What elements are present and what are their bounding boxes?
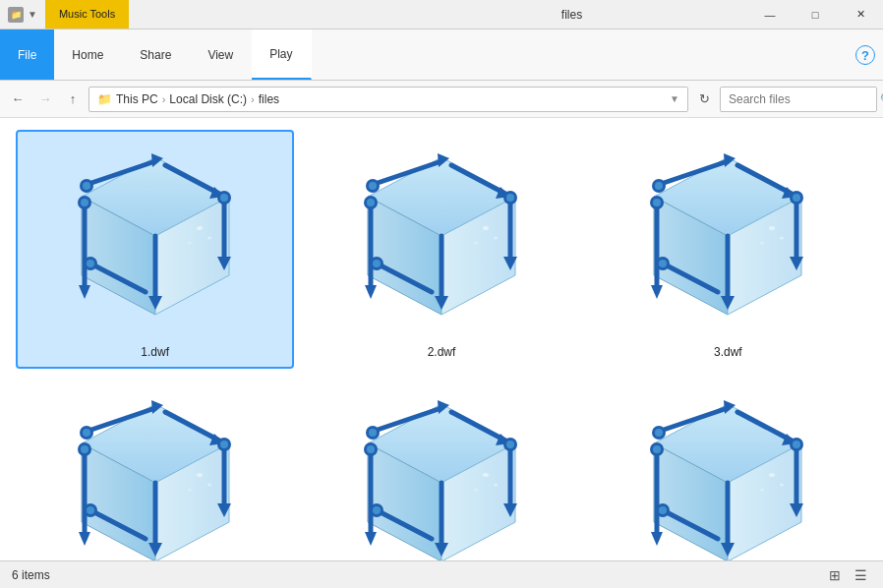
svg-point-149 [659,506,667,514]
close-button[interactable]: ✕ [838,0,883,29]
svg-point-24 [87,260,94,267]
address-bar: ← → ↑ 📁 This PC › Local Disk (C:) › file… [0,81,883,118]
quick-access-arrow: ▼ [28,9,37,20]
svg-marker-107 [365,532,377,546]
music-tools-tab[interactable]: Music Tools [45,0,129,29]
item-count: 6 items [12,568,50,582]
svg-point-4 [207,237,211,240]
svg-point-3 [197,226,203,230]
file-item[interactable]: 6.dwf [589,377,867,560]
svg-marker-7 [79,285,90,299]
tab-share[interactable]: Share [122,29,190,80]
large-icons-button[interactable]: ⊞ [824,564,846,586]
minimize-button[interactable]: — [747,0,793,29]
file-icon [57,140,254,339]
svg-point-49 [373,260,381,267]
search-box[interactable]: 🔍 [720,87,877,112]
refresh-button[interactable]: ↻ [692,88,716,111]
svg-point-128 [769,473,775,477]
window-controls: — □ ✕ [747,0,883,29]
svg-point-34 [367,199,375,206]
path-files[interactable]: files [259,92,279,106]
svg-point-55 [760,242,764,245]
path-this-pc[interactable]: This PC [116,92,158,106]
svg-point-104 [494,484,498,487]
svg-point-19 [220,194,228,202]
svg-point-53 [769,226,775,230]
svg-point-124 [373,506,381,514]
list-view-button[interactable]: ☰ [850,564,871,586]
svg-point-84 [81,445,88,453]
window-title: files [396,0,747,29]
svg-point-13 [83,182,90,190]
svg-marker-82 [79,532,90,546]
file-icon [629,140,826,339]
svg-point-130 [760,489,764,492]
svg-point-59 [653,199,661,206]
svg-point-28 [483,226,489,230]
svg-point-105 [474,489,478,492]
svg-point-69 [793,194,800,202]
svg-point-94 [220,441,228,448]
tab-home[interactable]: Home [54,29,122,80]
svg-marker-132 [651,532,663,546]
path-dropdown-chevron[interactable]: ▼ [670,93,679,104]
svg-point-54 [780,237,784,240]
forward-button[interactable]: → [33,88,57,111]
file-item[interactable]: 4.dwf [16,377,294,560]
svg-point-79 [207,484,211,487]
title-bar-left: 📁 ▼ [0,0,45,29]
search-input[interactable] [729,92,876,106]
svg-point-5 [188,242,192,245]
svg-point-80 [188,489,192,492]
file-item[interactable]: 5.dwf [302,377,580,560]
file-area: 1.dwf [0,118,883,560]
svg-point-119 [506,441,514,448]
svg-point-113 [369,429,377,437]
svg-marker-32 [365,285,377,299]
svg-point-144 [793,441,800,448]
svg-point-138 [655,429,663,437]
svg-point-38 [369,182,377,190]
ribbon: File Home Share View Play ? [0,29,883,81]
file-item[interactable]: 3.dwf [589,130,867,369]
svg-point-103 [483,473,489,477]
svg-point-134 [653,445,661,453]
view-icons: ⊞ ☰ [824,564,871,586]
svg-point-9 [81,199,88,206]
file-label: 3.dwf [714,345,742,359]
svg-point-109 [367,445,375,453]
svg-point-129 [780,484,784,487]
svg-point-44 [506,194,514,202]
svg-marker-57 [651,285,663,299]
up-button[interactable]: ↑ [61,88,85,111]
file-label: 2.dwf [428,345,456,359]
file-icon [343,140,540,339]
path-local-disk[interactable]: Local Disk (C:) [169,92,247,106]
back-button[interactable]: ← [6,88,29,111]
file-item[interactable]: 2.dwf [302,130,580,369]
svg-point-78 [197,473,203,477]
file-icon [343,386,540,560]
tab-view[interactable]: View [190,29,252,80]
svg-point-99 [87,506,94,514]
file-label: 1.dwf [141,345,169,359]
file-item[interactable]: 1.dwf [16,130,294,369]
title-bar: 📁 ▼ Music Tools files — □ ✕ [0,0,883,29]
path-folder-icon: 📁 [97,92,112,106]
file-icon [629,386,826,560]
help-button[interactable]: ? [855,45,875,65]
address-path[interactable]: 📁 This PC › Local Disk (C:) › files ▼ [88,87,688,112]
tab-file[interactable]: File [0,29,54,80]
svg-point-74 [659,260,667,267]
window-icon: 📁 [8,7,24,23]
file-icon [57,386,254,560]
ribbon-tab-area: Music Tools [45,0,396,29]
svg-point-30 [474,242,478,245]
status-bar: 6 items ⊞ ☰ [0,560,883,588]
svg-point-63 [655,182,663,190]
tab-play[interactable]: Play [252,29,311,80]
svg-point-29 [494,237,498,240]
svg-point-88 [83,429,90,437]
maximize-button[interactable]: □ [793,0,838,29]
